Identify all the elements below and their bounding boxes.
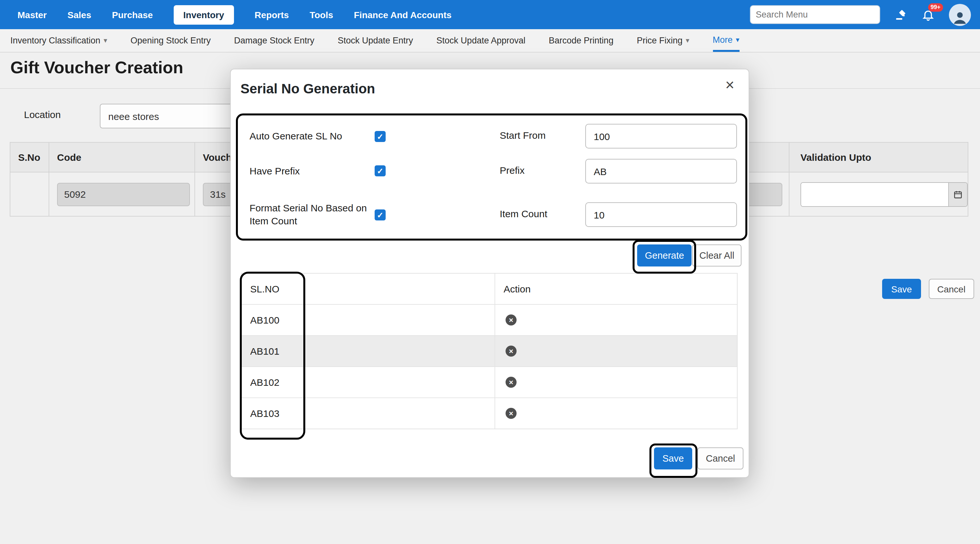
serial-no-generation-modal: Serial No Generation × Auto Generate SL …: [230, 69, 749, 478]
subnav-price-fixing[interactable]: Price Fixing ▾: [637, 29, 689, 52]
subnav-inventory-classification[interactable]: Inventory Classification ▾: [10, 29, 107, 52]
chevron-down-icon: ▾: [736, 36, 740, 43]
location-value: neee stores: [108, 110, 159, 121]
serial-cell: AB101: [242, 336, 495, 366]
table-row: AB101 ✕: [242, 336, 737, 367]
check-icon: ✓: [377, 211, 383, 219]
page-title: Gift Voucher Creation: [10, 58, 183, 78]
page-cancel-button[interactable]: Cancel: [929, 279, 974, 299]
subnav-label: Opening Stock Entry: [130, 36, 211, 45]
modal-title: Serial No Generation: [240, 81, 375, 97]
calendar-button[interactable]: [948, 182, 967, 206]
validation-upto-input[interactable]: [801, 182, 948, 206]
nav-master[interactable]: Master: [18, 10, 47, 20]
notification-badge: 99+: [928, 3, 943, 11]
subnav-label: More: [713, 35, 733, 45]
start-from-input[interactable]: [585, 124, 737, 148]
nav-finance-and-accounts[interactable]: Finance And Accounts: [354, 10, 452, 20]
item-count-label: Item Count: [500, 208, 547, 219]
check-icon: ✓: [377, 132, 383, 140]
chevron-down-icon: ▾: [104, 37, 107, 44]
subnav-damage-stock-entry[interactable]: Damage Stock Entry: [234, 29, 314, 52]
nav-tools[interactable]: Tools: [310, 10, 333, 20]
prefix-input[interactable]: [585, 159, 737, 183]
remove-icon[interactable]: ✕: [506, 377, 517, 388]
person-icon: [951, 9, 968, 26]
serial-cell: AB103: [242, 398, 495, 429]
top-nav-right: 99+: [750, 3, 980, 26]
item-count-input[interactable]: [585, 202, 737, 227]
table-row: AB100 ✕: [242, 305, 737, 336]
col-header-action: Action: [495, 274, 737, 304]
sno-cell: [10, 172, 49, 216]
validation-upto-field: [800, 182, 968, 206]
subnav-stock-update-entry[interactable]: Stock Update Entry: [338, 29, 413, 52]
app-window: Master Sales Purchase Inventory Reports …: [0, 0, 980, 544]
modal-cancel-button[interactable]: Cancel: [697, 447, 743, 469]
col-header-code: Code: [49, 143, 195, 172]
remove-icon[interactable]: ✕: [506, 346, 517, 357]
start-from-label: Start From: [500, 130, 546, 141]
remove-icon[interactable]: ✕: [506, 314, 517, 325]
format-serial-checkbox[interactable]: ✓: [375, 209, 386, 220]
modal-save-button[interactable]: Save: [654, 447, 692, 469]
remove-icon[interactable]: ✕: [506, 408, 517, 419]
auto-generate-label: Auto Generate SL No: [250, 130, 373, 143]
subnav-stock-update-approval[interactable]: Stock Update Approval: [436, 29, 526, 52]
subnav-more[interactable]: More ▾: [713, 29, 740, 52]
page-save-button[interactable]: Save: [882, 279, 921, 299]
subnav-opening-stock-entry[interactable]: Opening Stock Entry: [130, 29, 211, 52]
format-serial-label: Format Serial No Based on Item Count: [250, 202, 373, 228]
chevron-down-icon: ▾: [686, 37, 689, 44]
have-prefix-checkbox[interactable]: ✓: [375, 165, 386, 176]
col-header-sno: S.No: [10, 143, 49, 172]
sub-nav: Inventory Classification ▾ Opening Stock…: [0, 29, 980, 53]
table-row: AB102 ✕: [242, 367, 737, 398]
auto-generate-checkbox[interactable]: ✓: [375, 131, 386, 142]
table-row: AB103 ✕: [242, 398, 737, 429]
subnav-label: Stock Update Entry: [338, 36, 413, 45]
subnav-label: Price Fixing: [637, 36, 682, 45]
calendar-icon: [953, 190, 963, 199]
location-label: Location: [24, 109, 60, 120]
have-prefix-label: Have Prefix: [250, 165, 373, 178]
prefix-label: Prefix: [500, 165, 525, 176]
search-input[interactable]: [750, 5, 880, 24]
notifications-button[interactable]: 99+: [922, 8, 935, 21]
avatar[interactable]: [949, 3, 971, 26]
check-icon: ✓: [377, 167, 383, 175]
nav-sales[interactable]: Sales: [67, 10, 91, 20]
nav-inventory[interactable]: Inventory: [174, 5, 234, 24]
subnav-label: Stock Update Approval: [436, 36, 526, 45]
serial-table: SL.NO Action AB100 ✕ AB101 ✕ AB102 ✕ AB1…: [241, 273, 738, 429]
serial-table-header: SL.NO Action: [242, 274, 737, 305]
gavel-icon[interactable]: [894, 8, 907, 21]
subnav-label: Inventory Classification: [10, 36, 100, 45]
subnav-label: Damage Stock Entry: [234, 36, 314, 45]
serial-cell: AB100: [242, 305, 495, 335]
nav-purchase[interactable]: Purchase: [112, 10, 153, 20]
col-header-validation-upto: Validation Upto: [789, 143, 968, 172]
location-select[interactable]: neee stores ▾: [100, 104, 245, 128]
generate-button[interactable]: Generate: [637, 244, 692, 266]
clear-all-button[interactable]: Clear All: [692, 244, 741, 266]
col-header-slno: SL.NO: [242, 274, 495, 304]
close-icon[interactable]: ×: [725, 77, 734, 93]
code-input[interactable]: [57, 182, 190, 206]
serial-cell: AB102: [242, 367, 495, 397]
nav-reports[interactable]: Reports: [255, 10, 289, 20]
top-nav-items: Master Sales Purchase Inventory Reports …: [18, 5, 452, 24]
subnav-label: Barcode Printing: [549, 36, 614, 45]
subnav-barcode-printing[interactable]: Barcode Printing: [549, 29, 614, 52]
top-nav: Master Sales Purchase Inventory Reports …: [0, 0, 980, 29]
